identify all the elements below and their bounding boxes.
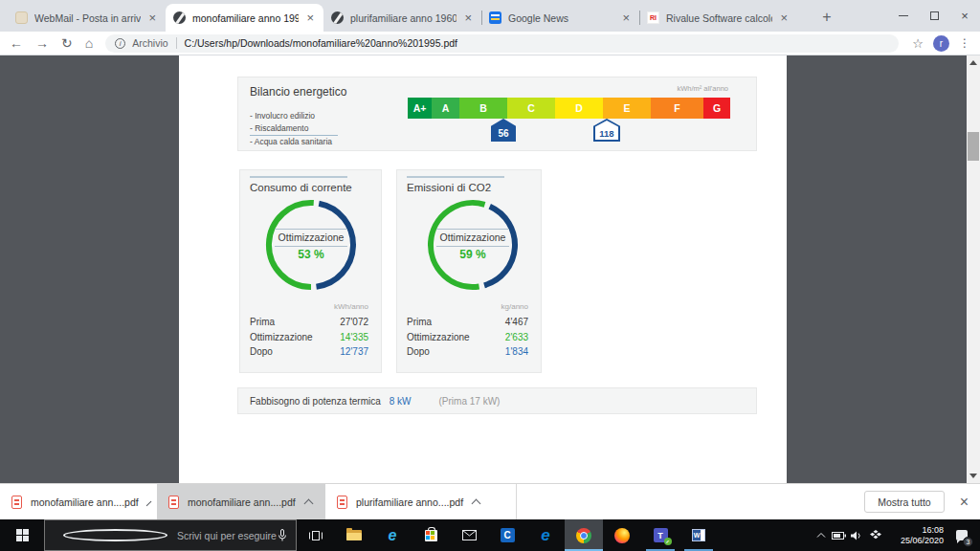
scrollbar-thumb[interactable] xyxy=(968,132,979,161)
start-button[interactable] xyxy=(0,519,44,551)
chrome-button[interactable] xyxy=(565,519,603,551)
tray-chevron-icon xyxy=(816,532,826,539)
donut-center-line xyxy=(436,229,509,230)
tab-title: Google News xyxy=(508,12,614,24)
downloads-bar: monofamiliare ann....pdfmonofamiliare an… xyxy=(0,483,980,519)
tab-1[interactable]: WebMail - Posta in arrivo - × xyxy=(8,4,166,32)
close-button[interactable]: × xyxy=(949,0,980,31)
volume-button[interactable] xyxy=(848,519,866,551)
energy-items-list: - Involucro edilizio- Riscaldamento- Acq… xyxy=(250,110,338,148)
row-label: Prima xyxy=(407,317,505,327)
download-item[interactable]: monofamiliare ann....pdf xyxy=(0,484,157,519)
info-icon[interactable]: i xyxy=(115,38,125,49)
tab-close-icon[interactable]: × xyxy=(146,11,158,24)
dropbox-button[interactable] xyxy=(866,519,884,551)
tab-close-icon[interactable]: × xyxy=(462,11,474,24)
energy-item: - Acqua calda sanitaria xyxy=(250,136,338,148)
file-explorer-button[interactable] xyxy=(335,519,373,551)
donut-chart: Ottimizzazione53 % xyxy=(258,192,364,298)
chevron-up-icon[interactable] xyxy=(145,500,151,506)
minimize-button[interactable] xyxy=(888,0,919,31)
tab-close-icon[interactable]: × xyxy=(620,11,632,24)
show-all-button[interactable]: Mostra tutto xyxy=(864,491,944,513)
c-app-button[interactable]: C xyxy=(488,519,526,551)
download-item[interactable]: plurifamiliare anno....pdf xyxy=(325,484,517,519)
table-row: Dopo1'834 xyxy=(397,344,541,360)
firefox-icon xyxy=(614,528,630,543)
taskbar-search[interactable]: Scrivi qui per eseguire la ricerca xyxy=(44,519,297,551)
energy-item: - Riscaldamento xyxy=(250,122,338,136)
table-row: Ottimizzazione2'633 xyxy=(397,330,541,345)
notification-button[interactable]: 3 xyxy=(949,519,974,551)
tab-3[interactable]: plurifamiliare anno 1960.pd× xyxy=(323,4,481,32)
back-button[interactable]: ← xyxy=(10,36,23,50)
tab-title: monofamiliare anno 1995.p xyxy=(192,12,299,24)
profile-avatar[interactable]: r xyxy=(933,35,949,52)
address-separator xyxy=(176,37,177,49)
tabs-container: WebMail - Posta in arrivo - ×monofamilia… xyxy=(8,4,797,32)
donut-center-underline xyxy=(275,246,347,247)
donut-center-line xyxy=(275,229,347,230)
home-button[interactable]: ⌂ xyxy=(85,36,93,50)
system-tray: 16:08 25/06/2020 3 xyxy=(812,519,980,551)
pdf-globe-icon xyxy=(331,11,344,24)
pdf-file-icon xyxy=(11,496,22,509)
tab-2[interactable]: monofamiliare anno 1995.p× xyxy=(166,4,323,32)
dropbox-icon xyxy=(870,530,881,540)
bookmark-star-button[interactable]: ☆ xyxy=(912,36,924,51)
chevron-up-icon[interactable] xyxy=(303,498,313,508)
task-view-icon xyxy=(308,530,323,541)
battery-button[interactable] xyxy=(830,519,848,551)
downloads-close-button[interactable]: × xyxy=(960,494,969,511)
row-value: 12'737 xyxy=(340,346,368,357)
energy-class-label: B xyxy=(479,102,487,114)
tab-close-icon[interactable]: × xyxy=(778,11,790,24)
tab-title: Rivalue Software calcolo fal xyxy=(666,12,772,24)
row-label: Ottimizzazione xyxy=(250,332,340,342)
download-item[interactable]: monofamiliare ann....pdf xyxy=(157,484,325,519)
donut-center-label: Ottimizzazione xyxy=(420,231,525,243)
scroll-down-icon[interactable] xyxy=(969,474,977,478)
tab-5[interactable]: RIRivalue Software calcolo fal× xyxy=(639,4,797,32)
tab-4[interactable]: Google News× xyxy=(481,4,639,32)
donut-center-underline xyxy=(436,246,509,247)
chevron-up-icon[interactable] xyxy=(472,498,481,508)
scrollbar[interactable] xyxy=(967,55,980,483)
task-view-button[interactable] xyxy=(297,519,335,551)
tab-close-icon[interactable]: × xyxy=(304,11,316,24)
store-button[interactable] xyxy=(412,519,450,551)
energy-class-label: A xyxy=(442,102,450,114)
table-row: Ottimizzazione14'335 xyxy=(240,330,381,345)
hidden-icons-button[interactable] xyxy=(812,519,830,551)
scroll-up-icon[interactable] xyxy=(969,60,977,65)
teams-button[interactable]: T xyxy=(641,519,679,551)
internet-explorer-button[interactable]: e xyxy=(373,519,412,551)
browser-toolbar: ← → ↻ ⌂ i Archivio C:/Users/hp/Downloads… xyxy=(0,32,980,55)
pdf-globe-icon xyxy=(173,11,186,24)
row-label: Dopo xyxy=(250,346,340,357)
table-unit: kg/anno xyxy=(397,302,541,315)
maximize-button[interactable] xyxy=(919,0,949,31)
edge-button[interactable]: e xyxy=(526,519,565,551)
new-tab-button[interactable]: + xyxy=(815,6,838,29)
forward-button[interactable]: → xyxy=(35,36,49,50)
store-icon xyxy=(425,530,437,541)
row-label: Dopo xyxy=(407,346,505,357)
address-bar[interactable]: i Archivio C:/Users/hp/Downloads/monofam… xyxy=(105,34,899,53)
c-app-icon: C xyxy=(501,528,515,542)
teams-icon: T xyxy=(654,528,668,542)
mail-button[interactable] xyxy=(450,519,488,551)
word-button[interactable]: W xyxy=(679,519,718,551)
reload-button[interactable]: ↻ xyxy=(61,36,73,50)
search-placeholder: Scrivi qui per eseguire la ricerca xyxy=(177,530,278,541)
energy-class-b: B xyxy=(459,98,507,119)
tab-strip: WebMail - Posta in arrivo - ×monofamilia… xyxy=(0,0,980,32)
energy-class-c: C xyxy=(507,98,555,119)
energy-class-label: F xyxy=(674,102,679,114)
tab-title: WebMail - Posta in arrivo - xyxy=(34,12,141,24)
menu-button[interactable]: ⋮ xyxy=(959,36,970,50)
energy-class-label: E xyxy=(623,102,630,114)
clock[interactable]: 16:08 25/06/2020 xyxy=(890,525,944,546)
clock-time: 16:08 xyxy=(890,525,944,536)
firefox-button[interactable] xyxy=(603,519,641,551)
